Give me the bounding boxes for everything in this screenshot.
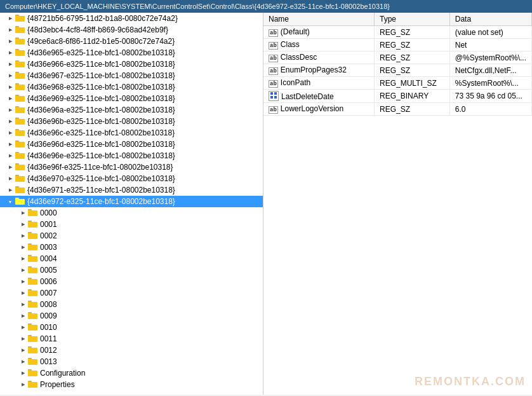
tree-item[interactable]: ▶0010 [0, 322, 263, 333]
chevron-right-icon[interactable]: ▶ [5, 185, 15, 195]
svg-rect-39 [28, 233, 37, 239]
chevron-right-icon[interactable]: ▶ [5, 59, 15, 69]
tree-item-label: 0012 [40, 346, 57, 355]
tree-item[interactable]: ▶0011 [0, 333, 263, 345]
tree-item[interactable]: ▶{4d36e969-e325-11ce-bfc1-08002be10318} [0, 93, 263, 104]
chevron-right-icon[interactable]: ▶ [18, 345, 28, 355]
tree-item[interactable]: ▶Properties [0, 379, 263, 390]
reg-data-cell: (value not set) [449, 26, 531, 39]
tree-item[interactable]: ▶0008 [0, 299, 263, 310]
table-row[interactable]: abIconPathREG_MULTI_SZ%SystemRoot%\... [263, 77, 532, 90]
folder-icon [15, 13, 25, 24]
chevron-right-icon[interactable]: ▶ [5, 13, 15, 24]
tree-item[interactable]: ▶0002 [0, 230, 263, 242]
reg-name-cell: abClassDesc [263, 51, 375, 64]
chevron-right-icon[interactable]: ▶ [18, 334, 28, 344]
tree-item[interactable]: ▶0013 [0, 356, 263, 367]
tree-item[interactable]: ▶{49ce6ac8-6f86-11d2-b1e5-0080c72e74a2} [0, 36, 263, 47]
tree-item[interactable]: ▶{4d36e967-e325-11ce-bfc1-08002be10318} [0, 70, 263, 81]
tree-item[interactable]: ▶{4d36e96d-e325-11ce-bfc1-08002be10318} [0, 139, 263, 150]
svg-rect-11 [15, 73, 25, 79]
tree-item[interactable]: ▶0003 [0, 242, 263, 253]
ab-icon: ab [269, 106, 278, 114]
chevron-right-icon[interactable]: ▶ [18, 368, 28, 378]
chevron-right-icon[interactable]: ▶ [18, 277, 28, 287]
chevron-right-icon[interactable]: ▶ [5, 48, 15, 58]
table-row[interactable]: abEnumPropPages32REG_SZNetCfgx.dll,NetF.… [263, 64, 532, 77]
reg-name-text: EnumPropPages32 [281, 65, 347, 74]
chevron-right-icon[interactable]: ▶ [18, 219, 28, 229]
tree-item[interactable]: ▶{48d3ebc4-4cf8-48ff-b869-9c68ad42eb9f} [0, 24, 263, 36]
chevron-right-icon[interactable]: ▶ [18, 288, 28, 298]
chevron-right-icon[interactable]: ▶ [5, 151, 15, 161]
chevron-right-icon[interactable]: ▶ [18, 299, 28, 310]
folder-icon [28, 242, 38, 252]
tree-item[interactable]: ▶0006 [0, 276, 263, 287]
svg-rect-17 [15, 107, 25, 113]
table-row[interactable]: ab(Default)REG_SZ(value not set) [263, 26, 532, 39]
tree-item[interactable]: ▶{4d36e966-e325-11ce-bfc1-08002be10318} [0, 58, 263, 70]
chevron-right-icon[interactable]: ▶ [5, 93, 15, 104]
svg-rect-25 [15, 153, 25, 159]
col-header-type[interactable]: Type [375, 13, 450, 26]
tree-item[interactable]: ▶0007 [0, 287, 263, 299]
tree-item[interactable]: ▶{4d36e970-e325-11ce-bfc1-08002be10318} [0, 173, 263, 184]
folder-icon [15, 116, 25, 126]
tree-item[interactable]: ▶0009 [0, 310, 263, 322]
chevron-right-icon[interactable]: ▶ [18, 242, 28, 252]
svg-rect-1 [15, 16, 25, 22]
ab-icon: ab [269, 29, 278, 37]
chevron-right-icon[interactable]: ▶ [18, 357, 28, 367]
svg-rect-68 [270, 96, 273, 99]
chevron-right-icon[interactable]: ▶ [18, 322, 28, 332]
chevron-right-icon[interactable]: ▶ [18, 208, 28, 218]
ab-icon: ab [269, 80, 278, 88]
tree-item[interactable]: ▶{4d36e965-e325-11ce-bfc1-08002be10318} [0, 47, 263, 58]
svg-rect-55 [28, 325, 37, 331]
chevron-right-icon[interactable]: ▶ [5, 105, 15, 115]
chevron-right-icon[interactable]: ▶ [5, 139, 15, 149]
tree-item[interactable]: ▶{4d36e968-e325-11ce-bfc1-08002be10318} [0, 81, 263, 93]
chevron-right-icon[interactable]: ▶ [5, 82, 15, 92]
chevron-right-icon[interactable]: ▶ [5, 128, 15, 138]
table-row[interactable]: abClassREG_SZNet [263, 39, 532, 51]
col-header-name[interactable]: Name [263, 13, 375, 26]
tree-item[interactable]: ▶{4d36e96a-e325-11ce-bfc1-08002be10318} [0, 104, 263, 116]
table-row[interactable]: abClassDescREG_SZ@%SystemRoot%\... [263, 51, 532, 64]
tree-item[interactable]: ▶0004 [0, 253, 263, 264]
chevron-right-icon[interactable]: ▶ [5, 174, 15, 184]
tree-item[interactable]: ▼{4d36e972-e325-11ce-bfc1-08002be10318} [0, 196, 263, 207]
chevron-right-icon[interactable]: ▶ [5, 162, 15, 172]
tree-item-label: 0006 [40, 277, 57, 286]
chevron-right-icon[interactable]: ▶ [5, 36, 15, 46]
reg-data-cell: 73 35 9a 96 cd 05... [449, 90, 531, 103]
col-header-data[interactable]: Data [449, 13, 531, 26]
title-bar: Computer\HKEY_LOCAL_MACHINE\SYSTEM\Curre… [0, 0, 532, 13]
tree-item[interactable]: ▶0000 [0, 207, 263, 219]
tree-item[interactable]: ▶Configuration [0, 367, 263, 379]
table-row[interactable]: abLowerLogoVersionREG_SZ6.0 [263, 103, 532, 116]
chevron-right-icon[interactable]: ▶ [18, 265, 28, 275]
chevron-right-icon[interactable]: ▶ [5, 25, 15, 35]
tree-item[interactable]: ▶{4d36e96e-e325-11ce-bfc1-08002be10318} [0, 150, 263, 161]
chevron-down-icon[interactable]: ▼ [5, 196, 15, 207]
chevron-right-icon[interactable]: ▶ [5, 71, 15, 81]
chevron-right-icon[interactable]: ▶ [5, 116, 15, 126]
chevron-right-icon[interactable]: ▶ [18, 231, 28, 241]
tree-item[interactable]: ▶{48721b56-6795-11d2-b1a8-0080c72e74a2} [0, 13, 263, 24]
table-row[interactable]: LastDeleteDateREG_BINARY73 35 9a 96 cd 0… [263, 90, 532, 103]
tree-item[interactable]: ▶{4d36e96f-e325-11ce-bfc1-08002be10318} [0, 161, 263, 173]
reg-type-cell: REG_BINARY [375, 90, 450, 103]
chevron-right-icon[interactable]: ▶ [18, 379, 28, 390]
chevron-right-icon[interactable]: ▶ [18, 311, 28, 321]
folder-icon [28, 265, 38, 275]
tree-item[interactable]: ▶{4d36e96c-e325-11ce-bfc1-08002be10318} [0, 127, 263, 139]
tree-item[interactable]: ▶{4d36e971-e325-11ce-bfc1-08002be10318} [0, 184, 263, 196]
tree-item[interactable]: ▶0001 [0, 219, 263, 230]
tree-item[interactable]: ▶0005 [0, 264, 263, 276]
ab-icon: ab [269, 42, 278, 50]
tree-item[interactable]: ▶{4d36e96b-e325-11ce-bfc1-08002be10318} [0, 116, 263, 127]
registry-table: Name Type Data ab(Default)REG_SZ(value n… [263, 13, 532, 116]
tree-item[interactable]: ▶0012 [0, 345, 263, 356]
chevron-right-icon[interactable]: ▶ [18, 254, 28, 264]
